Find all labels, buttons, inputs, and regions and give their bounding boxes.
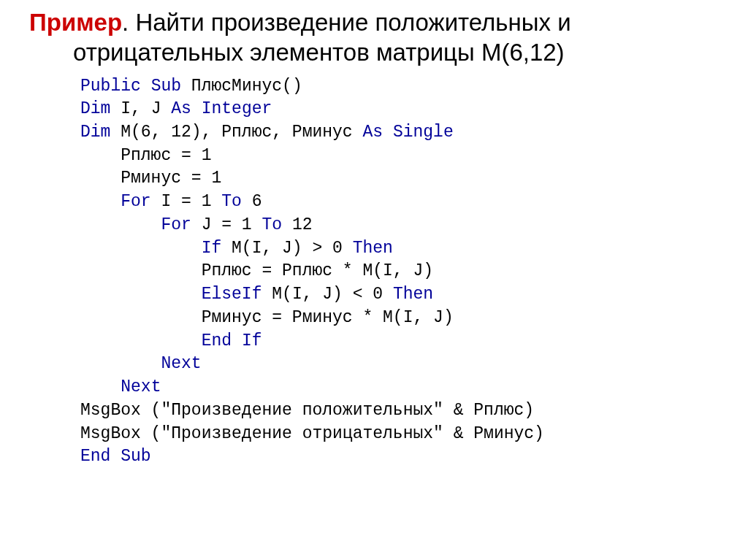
code-l6-pre [80,192,121,211]
code-l10-mid: M(I, J) < 0 [262,285,392,304]
code-l8-pre [80,239,202,258]
kw-for: For [121,192,150,211]
example-label: Пример [29,9,122,36]
kw-sub: Sub [151,77,181,96]
code-l14-pre [80,377,121,396]
kw-dim: Dim [80,123,110,142]
kw-if: If [202,239,222,258]
kw-if: If [242,331,262,350]
code-l15: MsgBox ("Произведение положительных" & Р… [80,401,534,420]
code-l7-mid: J = 1 [191,215,262,234]
kw-next: Next [121,377,161,396]
kw-for: For [161,215,191,234]
code-l2-mid: I, J [110,99,171,118]
slide-title: Пример. Найти произведение положительных… [29,7,719,68]
code-l7-rest: 12 [282,215,312,234]
code-l12-pre [80,331,202,350]
code-l11: Рминус = Рминус * M(I, J) [80,308,454,327]
code-l13-pre [80,354,161,373]
code-l4: Рплюс = 1 [80,146,211,165]
kw-sub: Sub [121,447,150,466]
kw-dim: Dim [80,99,110,118]
kw-public: Public [80,77,141,96]
kw-then: Then [353,239,393,258]
code-l6-rest: 6 [242,192,262,211]
code-l16: MsgBox ("Произведение отрицательных" & Р… [80,424,544,443]
code-l6-mid: I = 1 [151,192,222,211]
kw-end: End [202,331,232,350]
code-block: Public Sub ПлюсМинус() Dim I, J As Integ… [29,75,719,469]
kw-integer: Integer [202,99,272,118]
code-l10-pre [80,285,202,304]
code-l7-pre [80,215,161,234]
title-line2: отрицательных элементов матрицы M(6,12) [29,37,719,67]
code-l5: Рминус = 1 [80,169,221,188]
slide-content: Пример. Найти произведение положительных… [0,0,748,476]
code-l3-mid: M(6, 12), Рплюс, Рминус [110,123,362,142]
title-line1: . Найти произведение положительных и [122,9,571,36]
kw-then: Then [393,285,433,304]
kw-end: End [80,447,110,466]
code-l8-mid: M(I, J) > 0 [221,239,352,258]
kw-as: As [171,99,191,118]
kw-to: To [221,192,242,211]
kw-to: To [262,215,282,234]
kw-single: Single [393,123,454,142]
kw-elseif: ElseIf [202,285,262,304]
code-l1-rest: ПлюсМинус() [181,77,302,96]
kw-as: As [362,123,383,142]
code-l9: Рплюс = Рплюс * M(I, J) [80,261,433,280]
kw-next: Next [161,354,201,373]
